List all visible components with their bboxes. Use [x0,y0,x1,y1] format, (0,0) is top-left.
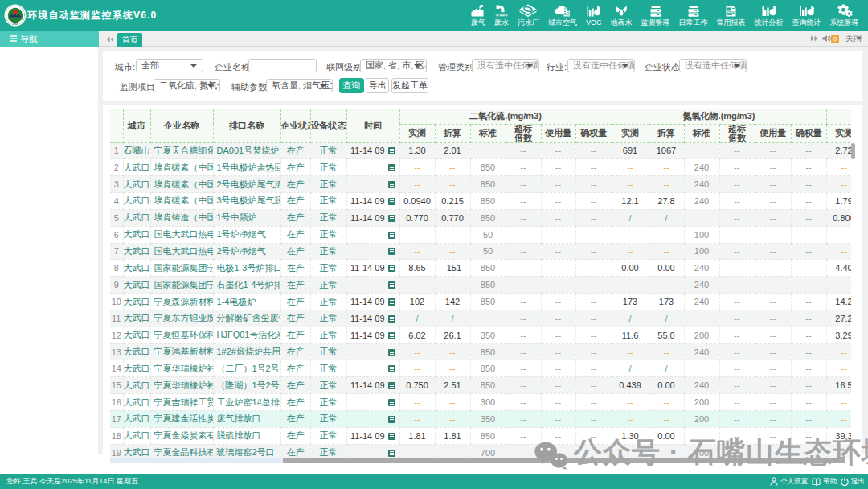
svg-text:ZHB: ZHB [12,23,18,26]
